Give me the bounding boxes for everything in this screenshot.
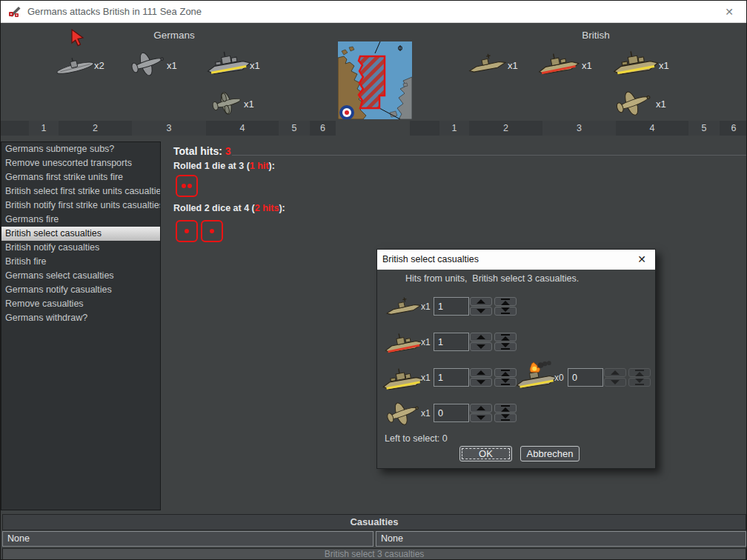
step-germans-select-casualties[interactable]: Germans select casualties	[1, 269, 160, 283]
step-british-select-casualties[interactable]: British select casualties	[1, 227, 160, 241]
attacker-name: Germans	[145, 30, 204, 41]
damaged-battleship-casualty-input[interactable]	[568, 368, 603, 387]
step-british-select-first-strike-casualties[interactable]: British select first strike units casual…	[1, 184, 160, 199]
spinner-updown	[470, 404, 492, 422]
spinner-min-button[interactable]	[494, 307, 517, 316]
select-casualties-dialog: British select casualties ✕ Hits from un…	[376, 249, 656, 469]
row-count: x1	[421, 373, 431, 383]
cursor-pointer-icon	[70, 29, 85, 47]
tactical-bomber-icon	[205, 88, 250, 118]
row-count: x1	[421, 408, 431, 419]
unit-count: x1	[167, 60, 177, 71]
spinner-limits	[628, 368, 651, 387]
cruiser-casualty-input[interactable]	[434, 333, 469, 351]
roll1-suffix: ):	[269, 161, 275, 171]
ok-button[interactable]: OK	[459, 446, 512, 461]
battle-steps-list: Germans submerge subs? Remove unescorted…	[1, 141, 161, 510]
spinner-min-button[interactable]	[494, 342, 517, 351]
german-submarine-unit	[53, 51, 97, 79]
battleship-icon	[205, 47, 253, 78]
spinner-down-button[interactable]	[470, 378, 492, 387]
spinner-max-button[interactable]	[494, 404, 517, 413]
british-fighter-unit	[610, 87, 656, 119]
spinner-limits	[494, 404, 517, 422]
british-cruiser-unit	[536, 48, 582, 78]
cancel-button[interactable]: Abbrechen	[520, 446, 580, 461]
british-destroyer-unit	[466, 50, 509, 76]
step-germans-fire[interactable]: Germans fire	[1, 213, 160, 227]
dice-column: 2	[469, 121, 542, 136]
unit-count: x1	[508, 60, 518, 71]
fighter-casualty-input[interactable]	[434, 404, 469, 422]
spinner-up-button[interactable]	[470, 333, 492, 341]
dialog-close-icon[interactable]: ✕	[631, 250, 652, 270]
step-remove-casualties[interactable]: Remove casualties	[1, 297, 160, 311]
battleship-casualty-input[interactable]	[434, 368, 469, 387]
total-hits-value: 3	[225, 145, 231, 157]
damaged-battleship-icon	[514, 359, 559, 392]
spinner-updown	[470, 368, 492, 387]
step-germans-withdraw[interactable]: Germans withdraw?	[1, 311, 160, 325]
title-bar: Germans attacks British in 111 Sea Zone …	[1, 1, 746, 23]
left-to-select-label: Left to select: 0	[385, 433, 448, 444]
window-close-icon[interactable]: ✕	[712, 1, 746, 23]
roll2-hits: 2 hits	[255, 203, 279, 213]
spinner-up-button[interactable]	[470, 297, 492, 306]
unit-count: x1	[582, 60, 592, 71]
cruiser-icon	[536, 48, 582, 78]
window-title: Germans attacks British in 111 Sea Zone	[27, 1, 202, 23]
step-british-fire[interactable]: British fire	[1, 255, 160, 269]
destroyer-casualty-input[interactable]	[434, 297, 469, 316]
dice-column: 6	[310, 121, 336, 136]
dice-column: 1	[29, 121, 59, 136]
dice-column: 2	[59, 121, 132, 136]
submarine-icon	[53, 51, 97, 79]
defender-name: British	[566, 30, 625, 41]
unit-count: x2	[94, 60, 104, 71]
spinner-max-button[interactable]	[494, 297, 517, 306]
spinner-max-button[interactable]	[494, 368, 517, 377]
battleship-icon	[611, 47, 660, 78]
total-hits-text: Total hits:	[173, 145, 225, 157]
dice-column: 1	[439, 121, 469, 136]
dice-column: 3	[542, 121, 616, 136]
step-remove-unescorted-transports[interactable]: Remove unescorted transports	[1, 156, 160, 170]
step-germans-notify-casualties[interactable]: Germans notify casualties	[1, 283, 160, 297]
spinner-limits	[494, 297, 517, 316]
unit-count: x1	[659, 60, 669, 71]
spinner-down-button[interactable]	[604, 378, 626, 387]
dice-column: 5	[688, 121, 720, 136]
row-count: x1	[421, 337, 431, 347]
spinner-updown	[470, 333, 492, 351]
spinner-up-button[interactable]	[604, 368, 626, 377]
dice-column: 3	[132, 121, 206, 136]
spinner-up-button[interactable]	[470, 404, 492, 413]
dialog-title-bar[interactable]: British select casualties ✕	[377, 250, 655, 270]
dice-column: 4	[616, 121, 688, 136]
spinner-min-button[interactable]	[628, 378, 651, 387]
dice-column: 6	[720, 121, 747, 136]
step-germans-submerge-subs[interactable]: Germans submerge subs?	[1, 142, 160, 156]
step-british-notify-casualties[interactable]: British notify casualties	[1, 241, 160, 255]
step-british-notify-first-strike-casualties[interactable]: British notify first strike units casual…	[1, 199, 160, 213]
step-germans-first-strike-fire[interactable]: Germans first strike units fire	[1, 170, 160, 184]
unit-count: x1	[250, 60, 260, 71]
german-battleship-unit	[205, 47, 253, 78]
spinner-min-button[interactable]	[494, 413, 517, 422]
german-tactical-bomber-unit	[205, 88, 250, 118]
spinner-down-button[interactable]	[470, 307, 492, 316]
spinner-down-button[interactable]	[470, 413, 492, 422]
spinner-min-button[interactable]	[494, 378, 517, 387]
spinner-updown	[470, 297, 492, 316]
british-battleship-unit	[611, 47, 660, 78]
die-face	[176, 220, 198, 242]
fighter-icon	[381, 398, 424, 429]
spinner-up-button[interactable]	[470, 368, 492, 377]
spinner-down-button[interactable]	[470, 342, 492, 351]
fighter-icon	[610, 87, 656, 119]
spinner-max-button[interactable]	[494, 333, 517, 341]
destroyer-icon	[384, 293, 424, 319]
cruiser-icon	[382, 328, 425, 356]
spinner-max-button[interactable]	[628, 368, 651, 377]
roll1-text: Rolled 1 die at 3 (	[173, 161, 250, 171]
